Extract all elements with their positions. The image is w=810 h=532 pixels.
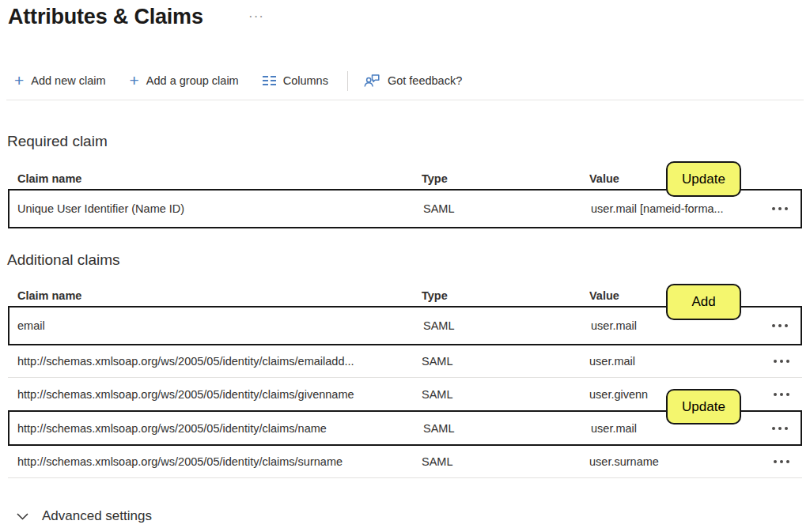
claim-name-cell: http://schemas.xmlsoap.org/ws/2005/05/id…: [9, 422, 423, 435]
claim-name-cell: http://schemas.xmlsoap.org/ws/2005/05/id…: [8, 355, 422, 368]
value-cell: user.surname: [589, 455, 758, 468]
type-cell: SAML: [422, 355, 589, 368]
type-cell: SAML: [423, 422, 591, 435]
type-cell: SAML: [422, 455, 589, 468]
additional-claims-heading: Additional claims: [7, 251, 120, 269]
type-cell: SAML: [423, 202, 591, 215]
got-feedback-button[interactable]: Got feedback?: [362, 70, 464, 91]
value-cell: user.mail [nameid-forma...: [591, 202, 756, 215]
feedback-icon: [364, 74, 380, 88]
advanced-settings-label: Advanced settings: [42, 508, 152, 524]
type-cell: SAML: [423, 319, 591, 332]
row-context-menu-button[interactable]: [774, 388, 789, 401]
row-context-menu-button[interactable]: [772, 319, 788, 332]
annotation-note-update-required: Update: [666, 161, 741, 197]
row-context-menu-button[interactable]: [774, 455, 789, 468]
command-bar: + Add new claim + Add a group claim Colu…: [13, 68, 484, 93]
claim-name-cell: http://schemas.xmlsoap.org/ws/2005/05/id…: [8, 455, 422, 468]
toolbar-underline: [6, 100, 804, 100]
table-row-surname[interactable]: http://schemas.xmlsoap.org/ws/2005/05/id…: [8, 446, 802, 478]
add-new-claim-label: Add new claim: [31, 74, 105, 87]
claim-name-cell: http://schemas.xmlsoap.org/ws/2005/05/id…: [8, 388, 422, 401]
claim-name-cell: email: [9, 319, 423, 332]
page-title: Attributes & Claims: [8, 5, 203, 29]
claim-name-cell: Unique User Identifier (Name ID): [9, 202, 423, 215]
type-cell: SAML: [422, 388, 589, 401]
columns-label: Columns: [283, 74, 328, 87]
plus-icon: +: [14, 74, 24, 87]
column-header-claim-name: Claim name: [8, 289, 422, 302]
column-header-claim-name: Claim name: [8, 172, 422, 185]
row-context-menu-button[interactable]: [774, 355, 789, 368]
table-row-emailaddress[interactable]: http://schemas.xmlsoap.org/ws/2005/05/id…: [8, 345, 802, 378]
row-context-menu-button[interactable]: [772, 422, 788, 435]
required-claim-heading: Required claim: [7, 133, 108, 150]
add-new-claim-button[interactable]: + Add new claim: [13, 71, 108, 90]
add-group-claim-button[interactable]: + Add a group claim: [128, 71, 240, 90]
row-context-menu-button[interactable]: [772, 202, 788, 215]
annotation-note-update-name: Update: [666, 389, 741, 424]
title-ellipsis-menu[interactable]: ···: [248, 9, 264, 23]
value-cell: user.mail: [589, 355, 758, 368]
columns-icon: [263, 75, 276, 86]
columns-button[interactable]: Columns: [261, 71, 330, 90]
column-header-type: Type: [422, 289, 589, 302]
attributes-claims-page: Attributes & Claims ··· + Add new claim …: [0, 0, 810, 532]
annotation-note-add: Add: [666, 284, 741, 320]
add-group-claim-label: Add a group claim: [146, 74, 239, 87]
got-feedback-label: Got feedback?: [388, 74, 462, 87]
value-cell: user.mail: [591, 319, 756, 332]
plus-icon: +: [130, 74, 139, 87]
advanced-settings-toggle[interactable]: Advanced settings: [17, 508, 152, 524]
toolbar-divider: [347, 71, 348, 91]
column-header-type: Type: [422, 172, 589, 185]
chevron-down-icon: [17, 513, 28, 520]
